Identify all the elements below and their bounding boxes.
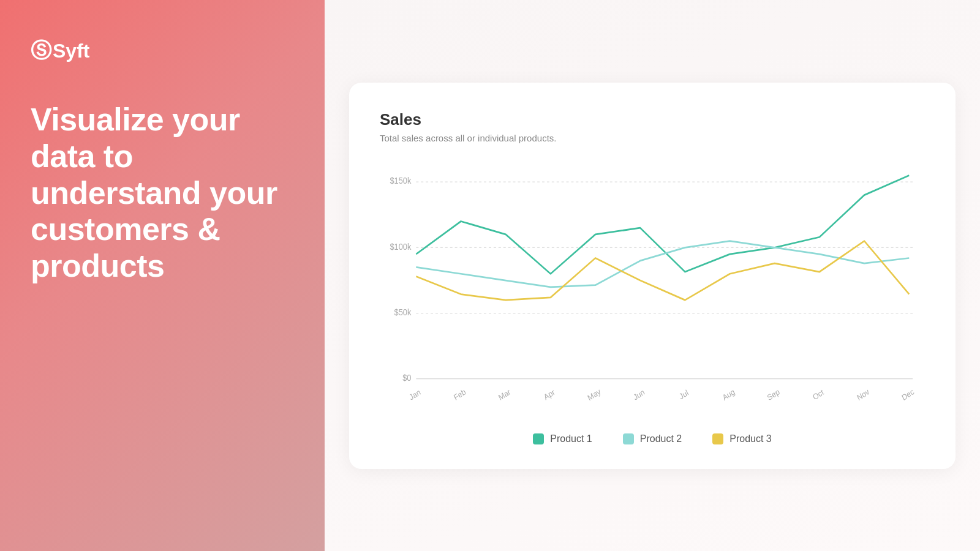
svg-text:$100k: $100k	[390, 242, 411, 252]
svg-text:Sep: Sep	[766, 387, 781, 402]
svg-text:May: May	[586, 386, 603, 402]
svg-text:Feb: Feb	[452, 387, 467, 402]
legend: Product 1 Product 2 Product 3	[380, 433, 925, 444]
tagline: Visualize your data to understand your c…	[31, 102, 294, 285]
chart-svg: $150k $100k $50k $0 Jan Feb Mar Apr May …	[380, 162, 925, 419]
svg-text:$50k: $50k	[394, 307, 412, 317]
legend-item-product3: Product 3	[712, 433, 771, 444]
chart-subtitle: Total sales across all or individual pro…	[380, 133, 925, 143]
svg-text:Jul: Jul	[678, 388, 690, 401]
chart-card: Sales Total sales across all or individu…	[349, 83, 956, 469]
svg-text:Jan: Jan	[408, 388, 422, 402]
logo-icon: Ⓢ	[31, 37, 51, 65]
svg-text:Jun: Jun	[632, 388, 646, 402]
left-panel: Ⓢ Syft Visualize your data to understand…	[0, 0, 325, 551]
legend-swatch-product3	[712, 433, 723, 444]
legend-swatch-product2	[623, 433, 634, 444]
svg-text:$150k: $150k	[390, 176, 411, 186]
product1-line	[416, 175, 909, 274]
legend-item-product1: Product 1	[533, 433, 592, 444]
svg-text:$0: $0	[402, 373, 412, 383]
svg-text:Mar: Mar	[497, 387, 512, 402]
svg-text:Dec: Dec	[900, 387, 916, 402]
legend-label-product1: Product 1	[550, 433, 592, 444]
svg-text:Nov: Nov	[856, 387, 871, 402]
right-panel: Sales Total sales across all or individu…	[325, 0, 980, 551]
chart-area: $150k $100k $50k $0 Jan Feb Mar Apr May …	[380, 162, 925, 419]
legend-swatch-product1	[533, 433, 544, 444]
legend-label-product3: Product 3	[729, 433, 771, 444]
logo-text: Syft	[53, 40, 89, 62]
svg-text:Oct: Oct	[812, 388, 826, 402]
svg-text:Aug: Aug	[721, 387, 736, 402]
legend-label-product2: Product 2	[640, 433, 682, 444]
product2-line	[416, 241, 909, 287]
legend-item-product2: Product 2	[623, 433, 682, 444]
svg-text:Apr: Apr	[543, 388, 557, 402]
chart-title: Sales	[380, 110, 925, 129]
logo: Ⓢ Syft	[31, 37, 294, 65]
